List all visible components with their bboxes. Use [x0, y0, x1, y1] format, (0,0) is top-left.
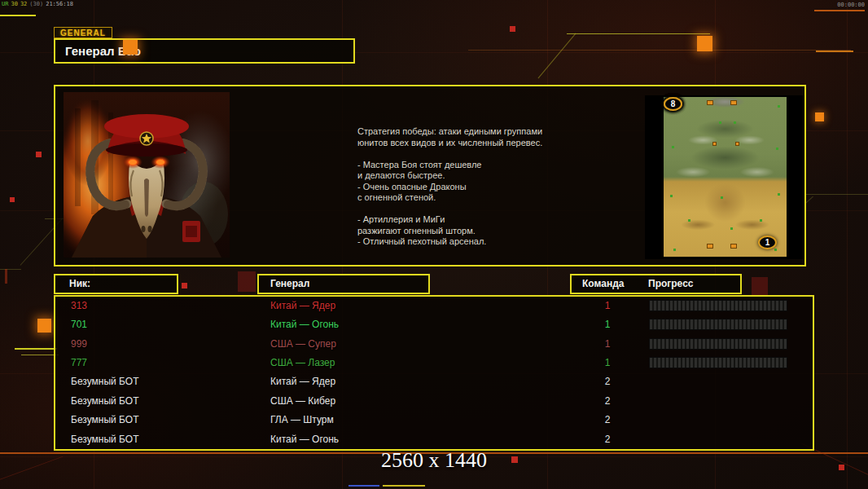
player-nick-cell: 313: [71, 300, 87, 311]
strategy-line: [357, 204, 602, 215]
strategy-line: юнитов всех видов и их численный перевес…: [357, 138, 602, 149]
player-general-cell: США — Лазер: [270, 357, 335, 368]
status-segment: 21:56:18: [46, 1, 73, 7]
player-general-cell: Китай — Ядер: [270, 300, 335, 311]
table-row[interactable]: Безумный БОТ Китай — Огонь 2: [55, 430, 813, 449]
general-tag-label: GENERAL: [54, 27, 112, 38]
player-team-cell: 2: [598, 434, 617, 445]
player-team-cell: 1: [598, 357, 617, 368]
supply-marker: [730, 244, 737, 249]
status-segment: 30: [11, 1, 17, 7]
player-team-cell: 2: [598, 414, 617, 425]
status-segment: 32: [20, 1, 27, 7]
start-position-marker: 1: [758, 236, 777, 249]
strategy-line: и делаются быстрее.: [357, 170, 602, 182]
game-lobby-screen: UR3032(30)21:56:18 00:00:00 GENERAL Гене…: [0, 0, 868, 489]
strategy-line: - Артиллерия и МиГи: [357, 214, 602, 226]
player-nick-cell: Безумный БОТ: [71, 376, 138, 387]
table-row[interactable]: 777 США — Лазер 1: [55, 354, 813, 372]
status-overlay: UR3032(30)21:56:18: [2, 1, 73, 7]
portrait-art: [64, 92, 230, 258]
table-row[interactable]: 701 Китай — Огонь 1: [55, 315, 813, 334]
status-segment: UR: [2, 1, 8, 7]
nick-column-header: Ник:: [54, 274, 178, 294]
strategy-line: с огненной стеной.: [357, 192, 602, 204]
supply-marker: [735, 142, 739, 146]
player-team-cell: 2: [598, 376, 617, 387]
general-column-header: Генерал: [257, 274, 430, 294]
progress-header-label: Прогресс: [648, 275, 693, 293]
table-row[interactable]: Безумный БОТ Китай — Ядер 2: [55, 372, 813, 391]
strategy-text: Стратегия победы: атаки едиными группами…: [357, 126, 602, 248]
page-title: Генерал Бао: [54, 38, 355, 64]
supply-marker: [707, 244, 713, 249]
player-roster-table: 313 Китай — Ядер 1 701 Китай — Огонь 1 9…: [54, 295, 814, 451]
player-nick-cell: 777: [71, 357, 87, 368]
table-row[interactable]: 313 Китай — Ядер 1: [55, 297, 813, 315]
progress-bar: [649, 338, 787, 350]
player-nick-cell: 999: [71, 338, 87, 350]
general-info-panel: Стратегия победы: атаки едиными группами…: [54, 85, 806, 267]
supply-marker: [707, 100, 713, 105]
player-team-cell: 1: [598, 300, 617, 311]
general-portrait: [64, 92, 230, 258]
team-header-label: Команда: [582, 275, 624, 293]
resolution-label: 2560 x 1440: [0, 448, 868, 473]
strategy-line: [357, 148, 602, 160]
table-row[interactable]: 999 США — Супер 1: [55, 335, 813, 354]
player-team-cell: 1: [598, 338, 617, 350]
supply-marker: [712, 142, 717, 146]
player-general-cell: Китай — Ядер: [270, 376, 335, 387]
player-nick-cell: Безумный БОТ: [71, 414, 138, 425]
start-position-marker: 8: [664, 97, 682, 111]
progress-bar: [649, 357, 787, 368]
table-row[interactable]: Безумный БОТ ГЛА — Штурм 2: [55, 411, 813, 430]
strategy-line: - Отличный пехотный арсенал.: [357, 236, 602, 248]
strategy-line: разжигают огненный шторм.: [357, 226, 602, 237]
map-image: 13425768: [664, 97, 787, 257]
status-segment: (30): [29, 1, 43, 7]
player-team-cell: 2: [598, 395, 617, 407]
player-team-cell: 1: [598, 319, 617, 330]
strategy-line: - Мастера Боя стоят дешевле: [357, 160, 602, 171]
player-general-cell: США — Кибер: [270, 395, 335, 407]
player-general-cell: Китай — Огонь: [270, 319, 339, 330]
player-general-cell: Китай — Огонь: [270, 434, 339, 445]
player-nick-cell: 701: [71, 319, 87, 330]
player-general-cell: ГЛА — Штурм: [270, 414, 334, 425]
team-progress-column-header: Команда Прогресс: [570, 274, 742, 294]
game-clock: 00:00:00: [837, 2, 865, 8]
player-nick-cell: Безумный БОТ: [71, 434, 138, 445]
supply-marker: [730, 100, 737, 105]
player-nick-cell: Безумный БОТ: [71, 395, 138, 407]
strategy-line: Стратегия победы: атаки едиными группами: [357, 126, 602, 138]
table-row[interactable]: Безумный БОТ США — Кибер 2: [55, 392, 813, 411]
player-general-cell: США — Супер: [270, 338, 336, 350]
strategy-line: - Очень опасные Драконы: [357, 182, 602, 193]
progress-bar: [649, 300, 787, 311]
minimap-preview: 13425768: [645, 95, 804, 259]
progress-bar: [649, 319, 787, 330]
